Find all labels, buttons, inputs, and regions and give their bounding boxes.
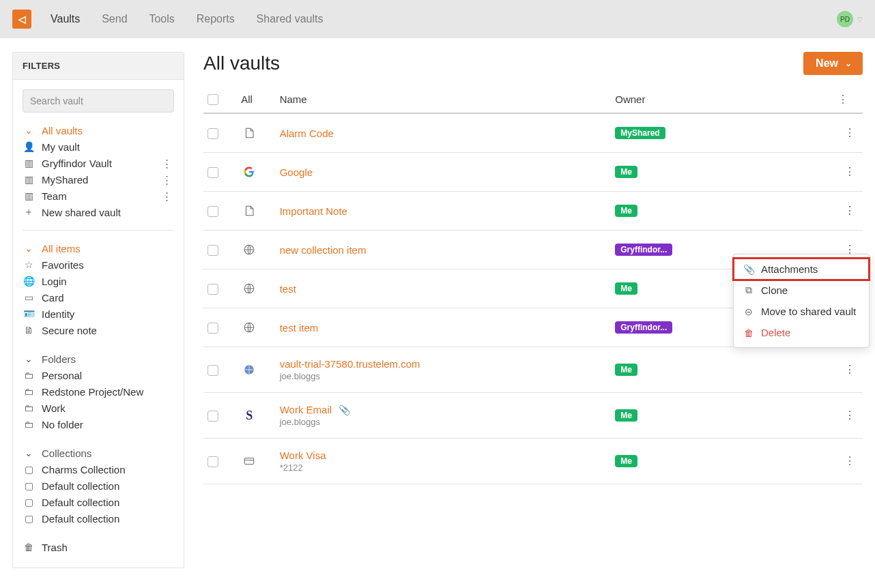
select-all-checkbox[interactable] — [207, 94, 218, 105]
sidebar-head-folders[interactable]: ⌄ Folders — [23, 351, 174, 367]
sidebar-item-favorites[interactable]: ☆ Favorites — [23, 256, 174, 273]
col-owner[interactable]: Owner — [611, 86, 829, 113]
sidebar-item-secure-note[interactable]: 🗎 Secure note — [23, 322, 174, 338]
kebab-icon[interactable]: ⋮ — [159, 175, 174, 184]
row-checkbox[interactable] — [207, 167, 218, 178]
item-name-link[interactable]: Work Email — [280, 404, 332, 415]
chevron-down-icon: ⌄ — [23, 243, 35, 254]
row-kebab-icon[interactable]: ⋮ — [840, 166, 859, 178]
content: FILTERS ⌄ All vaults 👤 My vault ▥ Gryffi… — [0, 38, 875, 568]
main-area: All vaults New ⌄ All Name Owner ⋮ Alarm — [184, 52, 863, 568]
sidebar-head-all-items[interactable]: ⌄ All items — [23, 240, 174, 256]
search-input[interactable] — [23, 89, 174, 113]
row-kebab-icon[interactable]: ⋮ — [840, 364, 859, 376]
ctx-item-attachments[interactable]: 📎 Attachments — [734, 259, 869, 280]
folder-icon: 🗀 — [23, 402, 35, 413]
sidebar-head-label: All vaults — [42, 125, 174, 136]
item-name-link[interactable]: Google — [280, 166, 313, 178]
sidebar-item-label: Charms Collection — [42, 464, 174, 475]
sidebar-head-collections[interactable]: ⌄ Collections — [23, 445, 174, 461]
sidebar-item-folder[interactable]: 🗀 Redstone Project/New — [23, 383, 174, 400]
kebab-icon[interactable]: ⋮ — [159, 159, 174, 168]
collection-icon: ▢ — [23, 513, 35, 524]
page-title: All vaults — [203, 53, 280, 74]
nav-tab-reports[interactable]: Reports — [197, 9, 235, 29]
sidebar-item-myshared[interactable]: ▥ MyShared ⋮ — [23, 171, 174, 188]
collection-icon: ▢ — [23, 464, 35, 475]
sidebar-item-folder[interactable]: 🗀 Personal — [23, 367, 174, 383]
row-checkbox[interactable] — [207, 284, 218, 295]
ctx-item-clone[interactable]: ⧉ Clone — [734, 280, 869, 301]
table-row: Work Visa *2122 Me ⋮ — [203, 439, 863, 484]
sidebar-item-collection[interactable]: ▢ Default collection — [23, 494, 174, 510]
trash-icon: 🗑 — [23, 542, 35, 553]
row-checkbox[interactable] — [207, 411, 218, 422]
item-name-link[interactable]: Alarm Code — [280, 128, 334, 139]
item-name-link[interactable]: test item — [280, 322, 319, 334]
sidebar-item-trash[interactable]: 🗑 Trash — [23, 539, 174, 555]
sidebar-item-folder[interactable]: 🗀 Work — [23, 400, 174, 416]
sidebar-item-gryffindor[interactable]: ▥ Gryffindor Vault ⋮ — [23, 155, 174, 171]
sidebar-item-new-shared[interactable]: ＋ New shared vault — [23, 204, 174, 220]
card-icon: ▭ — [23, 292, 35, 303]
ctx-item-delete[interactable]: 🗑 Delete — [734, 322, 869, 343]
row-checkbox[interactable] — [207, 206, 218, 217]
sidebar-item-label: Identity — [42, 308, 174, 320]
chevron-down-icon[interactable]: ▽ — [857, 16, 863, 23]
sidebar-item-collection[interactable]: ▢ Default collection — [23, 510, 174, 527]
star-icon: ☆ — [23, 259, 35, 270]
new-button[interactable]: New ⌄ — [803, 52, 863, 75]
table-row: Google Me ⋮ — [203, 153, 863, 192]
sidebar-item-card[interactable]: ▭ Card — [23, 289, 174, 306]
item-sub-label: *2122 — [280, 462, 607, 473]
sidebar-item-identity[interactable]: 🪪 Identity — [23, 306, 174, 322]
header-kebab-icon[interactable]: ⋮ — [833, 93, 852, 106]
item-name-link[interactable]: vault-trial-37580.trustelem.com — [280, 358, 420, 370]
sidebar-head-label: All items — [42, 243, 174, 254]
chevron-down-icon: ⌄ — [845, 59, 852, 68]
col-name[interactable]: Name — [276, 86, 612, 113]
item-name-link[interactable]: Important Note — [280, 205, 347, 217]
ctx-item-move[interactable]: ⊝ Move to shared vault — [734, 301, 869, 322]
sidebar: FILTERS ⌄ All vaults 👤 My vault ▥ Gryffi… — [12, 52, 184, 568]
row-checkbox[interactable] — [207, 323, 218, 334]
nav-tabs: Vaults Send Tools Reports Shared vaults — [51, 13, 342, 25]
vault-icon: ▥ — [23, 174, 35, 185]
ctx-item-label: Attachments — [761, 263, 818, 275]
row-checkbox[interactable] — [207, 128, 218, 139]
kebab-icon[interactable]: ⋮ — [159, 192, 174, 201]
sidebar-item-collection[interactable]: ▢ Charms Collection — [23, 461, 174, 477]
chevron-down-icon: ⌄ — [23, 125, 35, 136]
avatar[interactable]: PD — [837, 11, 853, 27]
sidebar-head-all-vaults[interactable]: ⌄ All vaults — [23, 122, 174, 138]
sidebar-item-label: Redstone Project/New — [42, 386, 174, 398]
sidebar-item-login[interactable]: 🌐 Login — [23, 273, 174, 289]
row-checkbox[interactable] — [207, 365, 218, 376]
row-kebab-icon[interactable]: ⋮ — [840, 409, 859, 422]
nav-tab-shared-vaults[interactable]: Shared vaults — [257, 9, 324, 29]
item-type-icon: S — [241, 407, 257, 424]
sidebar-item-team[interactable]: ▥ Team ⋮ — [23, 188, 174, 204]
sidebar-item-label: Default collection — [42, 480, 174, 492]
sidebar-item-label: No folder — [42, 419, 174, 430]
row-checkbox[interactable] — [207, 245, 218, 256]
collection-icon: ▢ — [23, 480, 35, 491]
col-all[interactable]: All — [237, 86, 276, 113]
sidebar-item-folder[interactable]: 🗀 No folder — [23, 416, 174, 432]
item-type-icon — [241, 319, 257, 336]
nav-tab-vaults[interactable]: Vaults — [51, 9, 80, 29]
sidebar-item-label: Login — [42, 276, 174, 287]
owner-badge: Me — [615, 409, 637, 422]
row-kebab-icon[interactable]: ⋮ — [840, 127, 859, 139]
item-name-link[interactable]: Work Visa — [280, 450, 326, 461]
item-name-link[interactable]: test — [280, 283, 296, 295]
nav-tab-send[interactable]: Send — [102, 9, 127, 29]
folder-icon: 🗀 — [23, 386, 35, 397]
sidebar-item-collection[interactable]: ▢ Default collection — [23, 477, 174, 494]
row-checkbox[interactable] — [207, 456, 218, 467]
nav-tab-tools[interactable]: Tools — [149, 9, 174, 29]
row-kebab-icon[interactable]: ⋮ — [840, 205, 859, 217]
sidebar-item-my-vault[interactable]: 👤 My vault — [23, 138, 174, 155]
item-name-link[interactable]: new collection item — [280, 244, 367, 256]
row-kebab-icon[interactable]: ⋮ — [840, 455, 859, 467]
